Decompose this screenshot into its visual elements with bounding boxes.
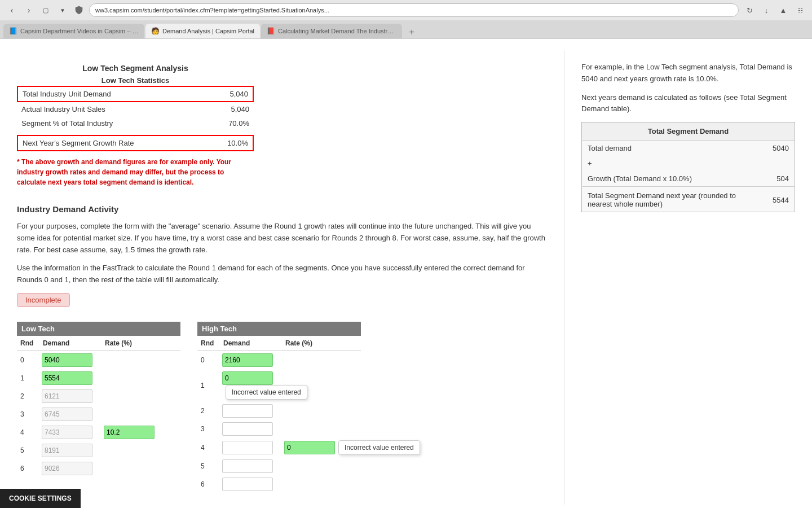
low-tech-rnd-0: 0 [17,355,39,365]
tab-capsim-videos[interactable]: 📘 Capsim Department Videos in Capsim – B… [3,24,144,38]
analysis-table: Low Tech Segment Analysis Low Tech Stati… [17,62,254,86]
low-tech-rows: 0123456 [17,351,180,478]
segment-pct-row: Segment % of Total Industry 70.0% [17,116,254,130]
shield-icon [74,6,83,15]
high-tech-col-rnd: Rnd [197,338,220,349]
browser-chrome: ‹ › ▢ ▼ ↻ ↓ ▲ ☷ 📘 Capsim Department Vide… [0,0,812,39]
high-tech-tooltip-demand-1: Incorrect value entered [226,385,307,400]
browser-toolbar: ‹ › ▢ ▼ ↻ ↓ ▲ ☷ [0,0,812,20]
high-tech-tooltip-4: Incorrect value entered [338,440,420,455]
dropdown-button[interactable]: ▼ [56,4,69,16]
download-icon[interactable]: ↓ [760,4,773,16]
total-segment-label-1: + [582,156,767,171]
demand-tables: Low Tech Rnd Demand Rate (%) 0123456 Hig… [17,322,547,493]
total-segment-value-1 [767,156,795,171]
disclaimer-text: * The above growth and demand figures ar… [17,157,254,187]
low-tech-row-3: 3 [17,405,180,423]
cookie-settings-label: COOKIE SETTINGS [9,494,72,502]
total-demand-row: Total Industry Unit Demand 5,040 [17,86,254,102]
share-button[interactable]: ▲ [777,4,789,16]
low-tech-demand-input-1[interactable] [42,371,92,385]
analysis-subtitle: Low Tech Statistics [17,75,254,86]
back-button[interactable]: ‹ [6,4,18,16]
low-tech-rnd-2: 2 [17,391,39,401]
high-tech-rnd-2: 2 [197,406,220,416]
tab-icon-2: 🧑 [151,27,160,35]
low-tech-demand-input-3[interactable] [42,408,92,421]
low-tech-col-rate: Rate (%) [102,338,158,349]
actual-sales-value: 5,040 [200,102,254,116]
low-tech-demand-input-5[interactable] [42,444,92,457]
analysis-title-row: Low Tech Segment Analysis [17,62,254,75]
high-tech-row-6: 6 [197,475,361,493]
low-tech-demand-input-0[interactable] [42,353,92,367]
tab-label-2: Demand Analysis | Capsim Portal [162,28,254,34]
low-tech-rnd-4: 4 [17,427,39,437]
left-panel: Low Tech Segment Analysis Low Tech Stati… [0,50,564,505]
high-tech-col-headers: Rnd Demand Rate (%) [197,336,361,351]
tab-demand-analysis[interactable]: 🧑 Demand Analysis | Capsim Portal [145,24,260,38]
industry-demand-title: Industry Demand Activity [17,204,547,214]
high-tech-rnd-3: 3 [197,424,220,434]
total-segment-label-2: Growth (Total Demand x 10.0%) [582,171,767,187]
low-tech-demand-input-6[interactable] [42,462,92,475]
high-tech-rate-input-4[interactable] [284,441,335,454]
high-tech-col-demand: Demand [220,338,282,349]
address-bar[interactable] [89,3,739,17]
low-tech-row-1: 1 [17,369,180,387]
low-tech-demand-input-2[interactable] [42,389,92,403]
total-segment-row-3: Total Segment Demand next year (rounded … [582,187,795,212]
high-tech-row-2: 2 [197,402,361,420]
menu-button[interactable]: ☷ [794,4,806,16]
high-tech-demand-input-1[interactable] [222,371,273,385]
low-tech-rnd-6: 6 [17,463,39,474]
industry-demand-section: Industry Demand Activity For your purpos… [17,204,547,493]
new-tab-button[interactable]: ▢ [39,4,52,16]
high-tech-section: High Tech Rnd Demand Rate (%) 01Incorrec… [197,322,361,493]
low-tech-rate-input-4[interactable] [104,426,155,439]
high-tech-row-3: 3 [197,420,361,438]
cookie-settings-bar[interactable]: COOKIE SETTINGS [0,489,81,508]
low-tech-section: Low Tech Rnd Demand Rate (%) 0123456 [17,322,180,493]
low-tech-header: Low Tech [17,322,180,336]
new-tab-plus[interactable]: + [405,26,418,38]
high-tech-demand-input-3[interactable] [222,422,273,436]
reload-button[interactable]: ↻ [743,4,756,16]
high-tech-rnd-5: 5 [197,461,220,471]
total-segment-value-3: 5544 [767,187,795,212]
right-panel: For example, in the Low Tech segment ana… [564,50,812,505]
total-segment-label-0: Total demand [582,141,767,156]
incomplete-badge: Incomplete [17,293,547,316]
total-demand-value: 5,040 [230,90,248,98]
tabs-bar: 📘 Capsim Department Videos in Capsim – B… [0,20,812,38]
analysis-title: Low Tech Segment Analysis [17,62,254,75]
content-wrapper: Low Tech Segment Analysis Low Tech Stati… [0,39,812,508]
high-tech-header: High Tech [197,322,361,336]
high-tech-demand-input-2[interactable] [222,404,273,418]
total-segment-row-1: + [582,156,795,171]
industry-demand-para1: For your purposes, complete the form wit… [17,221,547,256]
high-tech-demand-input-0[interactable] [222,353,273,367]
high-tech-rnd-4: 4 [197,443,220,453]
low-tech-demand-input-4[interactable] [42,426,92,439]
tab-calculating-demand[interactable]: 📕 Calculating Market Demand The Industry… [261,24,402,38]
high-tech-rnd-1: 1 [197,380,220,391]
segment-pct-label: Segment % of Total Industry [17,116,200,130]
high-tech-demand-input-6[interactable] [222,478,273,491]
low-tech-col-rnd: Rnd [17,338,39,349]
tab-label-3: Calculating Market Demand The Industry D… [278,28,396,34]
high-tech-rows: 01Incorrect value entered234Incorrect va… [197,351,361,493]
low-tech-col-demand: Demand [39,338,102,349]
high-tech-demand-input-4[interactable] [222,441,273,454]
high-tech-row-5: 5 [197,457,361,475]
low-tech-row-2: 2 [17,387,180,405]
low-tech-row-6: 6 [17,459,180,478]
industry-demand-para2: Use the information in the FastTrack to … [17,262,547,286]
forward-button[interactable]: › [23,4,35,16]
analysis-stats-table: Actual Industry Unit Sales 5,040 Segment… [17,102,254,130]
high-tech-demand-input-5[interactable] [222,459,273,473]
total-segment-row-2: Growth (Total Demand x 10.0%)504 [582,171,795,187]
low-tech-rnd-1: 1 [17,373,39,383]
high-tech-rnd-6: 6 [197,479,220,489]
tab-icon-1: 📘 [9,27,17,35]
